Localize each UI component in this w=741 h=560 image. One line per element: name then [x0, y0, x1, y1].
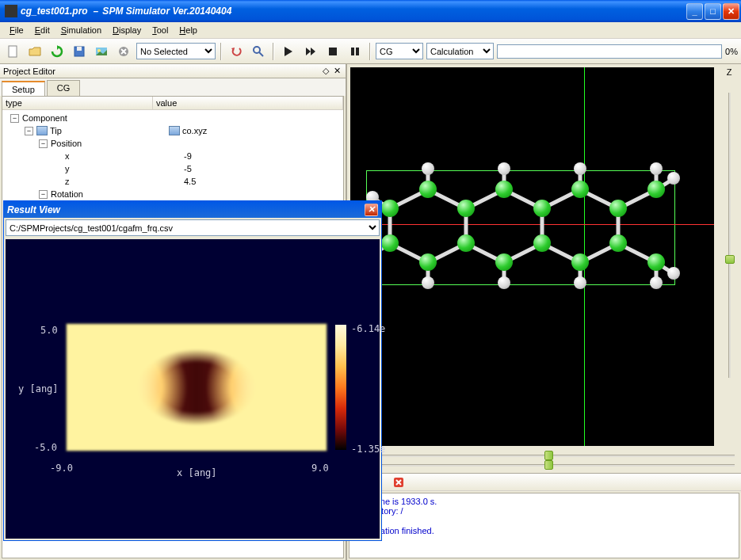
tree-row[interactable]: −Component	[2, 112, 343, 124]
h-slider-2-thumb[interactable]	[544, 460, 553, 470]
image-button[interactable]	[92, 42, 111, 61]
header-type[interactable]: type	[2, 97, 153, 109]
svg-rect-9	[351, 48, 354, 55]
svg-rect-8	[329, 48, 337, 55]
undock-button[interactable]: ◇	[320, 66, 331, 77]
close-button[interactable]: ✕	[723, 3, 739, 20]
tree-row[interactable]: −Tipco.xyz	[2, 124, 343, 137]
menubar: FFileile Edit Simulation Display Tool He…	[0, 22, 741, 39]
output-text[interactable]: CPU time is 1933.0 s. ut directory: / r …	[349, 493, 739, 558]
expand-icon[interactable]: −	[25, 127, 33, 135]
tree-label: x	[65, 151, 184, 161]
carbon-atom	[609, 200, 627, 217]
open-button[interactable]	[25, 42, 44, 61]
carbon-atom	[533, 234, 551, 252]
stop-button[interactable]	[323, 42, 342, 61]
z-slider[interactable]	[728, 93, 731, 378]
z-slider-panel: Z	[717, 64, 741, 449]
tree-row[interactable]: x-9	[2, 150, 343, 162]
carbon-atom	[495, 253, 513, 271]
hydrogen-atom	[667, 172, 680, 185]
selection-combo[interactable]: No Selected	[136, 43, 216, 59]
z-slider-thumb[interactable]	[725, 255, 735, 264]
save-button[interactable]	[70, 42, 89, 61]
play-button[interactable]	[279, 42, 298, 61]
hydrogen-atom	[574, 276, 586, 289]
carbon-atom	[457, 234, 475, 252]
tree-value: -9	[184, 151, 192, 161]
z-label: Z	[720, 67, 738, 77]
carbon-atom	[381, 200, 399, 217]
titlebar: cg_test001.pro － SPM Simulator Ver.20140…	[0, 0, 741, 22]
result-view-titlebar[interactable]: Result View ✕	[4, 201, 381, 218]
panel-close-button[interactable]: ✕	[331, 66, 342, 77]
expand-icon[interactable]: −	[39, 190, 48, 199]
3d-viewport[interactable]	[350, 67, 714, 446]
h-slider-1-thumb[interactable]	[544, 451, 553, 460]
fast-forward-button[interactable]	[301, 42, 320, 61]
result-view-window[interactable]: Result View ✕ C:/SPMProjects/cg_test001/…	[3, 200, 382, 541]
header-value[interactable]: value	[153, 97, 343, 109]
result-view-close-button[interactable]: ✕	[365, 204, 378, 216]
ytick-top: 5.0	[40, 325, 58, 336]
tree-row[interactable]: −Rotation	[2, 188, 343, 200]
tree-label: Rotation	[51, 189, 170, 199]
app-icon	[5, 5, 17, 17]
tab-cg[interactable]: CG	[47, 80, 81, 96]
hydrogen-atom	[650, 162, 663, 175]
output-line: CPU time is 1933.0 s.	[353, 497, 735, 506]
hydrogen-atom	[574, 162, 586, 175]
zoom-button[interactable]	[249, 42, 268, 61]
result-plot[interactable]: -6.14e -1.35e 5.0 -5.0 y [ang] -9.0 9.0 …	[6, 239, 380, 539]
menu-help[interactable]: Help	[174, 24, 202, 36]
h-slider-2[interactable]	[353, 460, 735, 470]
close-output-button[interactable]	[389, 473, 408, 492]
hydrogen-atom	[498, 276, 510, 289]
heatmap-image	[66, 323, 327, 451]
tree-row[interactable]: z4.5	[2, 175, 343, 188]
tree-label: Position	[51, 139, 170, 148]
colorbar	[335, 325, 346, 450]
menu-simulation[interactable]: Simulation	[56, 24, 106, 36]
carbon-atom	[419, 253, 437, 271]
expand-icon[interactable]: −	[10, 114, 19, 123]
tree-label: z	[65, 177, 184, 186]
svg-rect-10	[356, 48, 359, 55]
bounding-box	[366, 170, 675, 285]
method-combo[interactable]: CG	[376, 43, 423, 59]
carbon-atom	[495, 181, 513, 198]
tab-setup[interactable]: Setup	[2, 81, 45, 97]
output-panel: iew CPU time is 1933.0 s. ut directory: …	[347, 473, 741, 560]
carbon-atom	[571, 181, 589, 198]
delete-button[interactable]	[114, 42, 133, 61]
progress-bar	[497, 44, 722, 59]
minimize-button[interactable]: _	[686, 3, 703, 20]
hydrogen-atom	[422, 276, 434, 289]
xtick-right: 9.0	[311, 463, 329, 474]
reload-button[interactable]	[48, 42, 67, 61]
colorbar-max: -6.14e	[351, 323, 385, 334]
menu-file[interactable]: FFileile	[5, 24, 29, 36]
maximize-button[interactable]: □	[705, 3, 721, 20]
undo-button[interactable]	[227, 42, 246, 61]
h-slider-1[interactable]	[353, 451, 735, 460]
output-line: r calculation finished.	[353, 526, 735, 535]
carbon-atom	[647, 181, 665, 198]
carbon-atom	[381, 234, 399, 252]
tree-row[interactable]: y-5	[2, 162, 343, 175]
tree-label: Component	[22, 113, 141, 123]
svg-rect-0	[9, 46, 17, 57]
mode-combo[interactable]: Calculation	[426, 43, 494, 59]
new-button[interactable]	[3, 42, 22, 61]
expand-icon[interactable]: −	[39, 139, 48, 148]
pause-button[interactable]	[346, 42, 365, 61]
toolbar: No Selected CG Calculation 0%	[0, 39, 741, 64]
menu-tool[interactable]: Tool	[147, 24, 173, 36]
item-icon	[36, 126, 48, 135]
menu-display[interactable]: Display	[108, 24, 146, 36]
result-file-combo[interactable]: C:/SPMProjects/cg_test001/cgafm_frq.csv	[6, 219, 380, 236]
hydrogen-atom	[422, 162, 434, 175]
tree-row[interactable]: −Position	[2, 137, 343, 150]
project-editor-title: Project Editor	[3, 67, 320, 76]
menu-edit[interactable]: Edit	[30, 24, 55, 36]
